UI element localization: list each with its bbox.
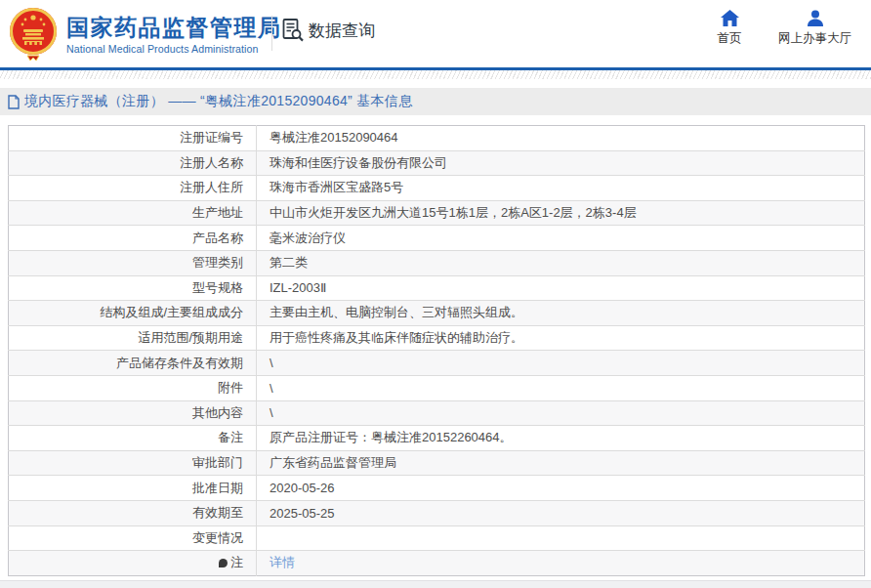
document-icon xyxy=(8,95,20,109)
row-value: 粤械注准20152090464 xyxy=(257,126,865,151)
row-value xyxy=(257,525,865,551)
row-label: 注册人住所 xyxy=(9,176,257,201)
row-value: \ xyxy=(257,375,865,400)
table-row: 结构及组成/主要组成成分主要由主机、电脑控制台、三对辐照头组成。 xyxy=(9,301,865,326)
row-value: 珠海和佳医疗设备股份有限公司 xyxy=(257,150,865,176)
nav-service-hall[interactable]: 网上办事大厅 xyxy=(778,10,851,47)
user-icon xyxy=(807,10,824,26)
page-title: 境内医疗器械（注册） —— “粤械注准20152090464” 基本信息 xyxy=(24,93,412,110)
page-title-bar: 境内医疗器械（注册） —— “粤械注准20152090464” 基本信息 xyxy=(0,88,871,115)
row-value: IZL-2003Ⅱ xyxy=(257,275,865,301)
top-nav: 首页 网上办事大厅 xyxy=(708,10,851,47)
row-value: 毫米波治疗仪 xyxy=(257,226,865,251)
row-value: 原产品注册证号：粤械注准20152260464。 xyxy=(257,426,865,451)
table-row: 生产地址中山市火炬开发区九洲大道15号1栋1层，2栋A区1-2层，2栋3-4层 xyxy=(9,200,865,226)
table-row: 注册人住所珠海市香洲区宝盛路5号 xyxy=(9,176,865,201)
row-label: 注册人名称 xyxy=(9,150,257,176)
note-pin-icon xyxy=(219,559,228,567)
table-row: 注册人名称珠海和佳医疗设备股份有限公司 xyxy=(9,150,865,176)
hatch-stripe-band xyxy=(0,70,871,79)
table-row: 批准日期2020-05-26 xyxy=(9,476,865,501)
national-emblem-icon xyxy=(8,7,59,62)
row-label: 产品储存条件及有效期 xyxy=(9,351,257,376)
row-label: 生产地址 xyxy=(9,200,257,226)
footer-band xyxy=(0,580,871,588)
row-value: 2025-05-25 xyxy=(257,500,865,525)
row-label: 型号规格 xyxy=(9,275,257,301)
table-row: 适用范围/预期用途用于癌性疼痛及其临床伴随症状的辅助治疗。 xyxy=(9,325,865,351)
document-search-icon xyxy=(281,18,305,43)
row-value: 第二类 xyxy=(257,250,865,275)
table-row: 型号规格IZL-2003Ⅱ xyxy=(9,275,865,301)
row-label: 产品名称 xyxy=(9,226,257,251)
table-row: 产品名称毫米波治疗仪 xyxy=(9,226,865,251)
data-query-label: 数据查询 xyxy=(309,20,375,42)
table-row: 产品储存条件及有效期\ xyxy=(9,351,865,376)
row-value: 中山市火炬开发区九洲大道15号1栋1层，2栋A区1-2层，2栋3-4层 xyxy=(257,200,865,226)
registration-info-table: 注册证编号粤械注准20152090464注册人名称珠海和佳医疗设备股份有限公司注… xyxy=(8,125,865,576)
row-label: 其他内容 xyxy=(9,400,257,426)
row-label: 结构及组成/主要组成成分 xyxy=(9,301,257,326)
row-label: 审批部门 xyxy=(9,450,257,476)
row-value: 广东省药品监督管理局 xyxy=(257,450,865,476)
org-name-cn: 国家药品监督管理局 xyxy=(66,15,282,40)
table-row: 有效期至2025-05-25 xyxy=(9,500,865,525)
row-label: 注册证编号 xyxy=(9,126,257,151)
row-label: 管理类别 xyxy=(9,250,257,275)
nav-home[interactable]: 首页 xyxy=(708,10,751,47)
table-row: 管理类别第二类 xyxy=(9,250,865,275)
nav-home-label: 首页 xyxy=(718,30,742,47)
row-label: 备注 xyxy=(9,426,257,451)
row-value: 详情 xyxy=(257,551,865,576)
row-value: \ xyxy=(257,351,865,376)
row-label: 适用范围/预期用途 xyxy=(9,325,257,351)
header: 国家药品监督管理局 National Medical Products Admi… xyxy=(0,0,871,67)
row-label: 附件 xyxy=(9,375,257,400)
row-value: 2020-05-26 xyxy=(257,476,865,501)
table-row: 审批部门广东省药品监督管理局 xyxy=(9,450,865,476)
nmpa-logo-link[interactable]: 国家药品监督管理局 National Medical Products Admi… xyxy=(8,7,282,62)
table-row: 备注原产品注册证号：粤械注准20152260464。 xyxy=(9,426,865,451)
table-row: 注详情 xyxy=(9,551,865,576)
row-value: 珠海市香洲区宝盛路5号 xyxy=(257,176,865,201)
data-query-section-link[interactable]: 数据查询 xyxy=(281,18,375,43)
org-name-en: National Medical Products Administration xyxy=(66,43,282,55)
org-titles: 国家药品监督管理局 National Medical Products Admi… xyxy=(66,15,282,55)
row-label: 注 xyxy=(9,551,257,576)
row-value: 用于癌性疼痛及其临床伴随症状的辅助治疗。 xyxy=(257,325,865,351)
row-value: 主要由主机、电脑控制台、三对辐照头组成。 xyxy=(257,301,865,326)
table-row: 变更情况 xyxy=(9,525,865,551)
info-table-body: 注册证编号粤械注准20152090464注册人名称珠海和佳医疗设备股份有限公司注… xyxy=(9,126,865,576)
detail-link[interactable]: 详情 xyxy=(270,555,295,569)
table-row: 注册证编号粤械注准20152090464 xyxy=(9,126,865,151)
nav-service-hall-label: 网上办事大厅 xyxy=(778,30,851,47)
row-label: 变更情况 xyxy=(9,525,257,551)
row-value: \ xyxy=(257,400,865,426)
row-label: 批准日期 xyxy=(9,476,257,501)
header-divider xyxy=(271,16,272,51)
row-label: 有效期至 xyxy=(9,500,257,525)
table-row: 附件\ xyxy=(9,375,865,400)
home-icon xyxy=(721,10,739,26)
table-row: 其他内容\ xyxy=(9,400,865,426)
